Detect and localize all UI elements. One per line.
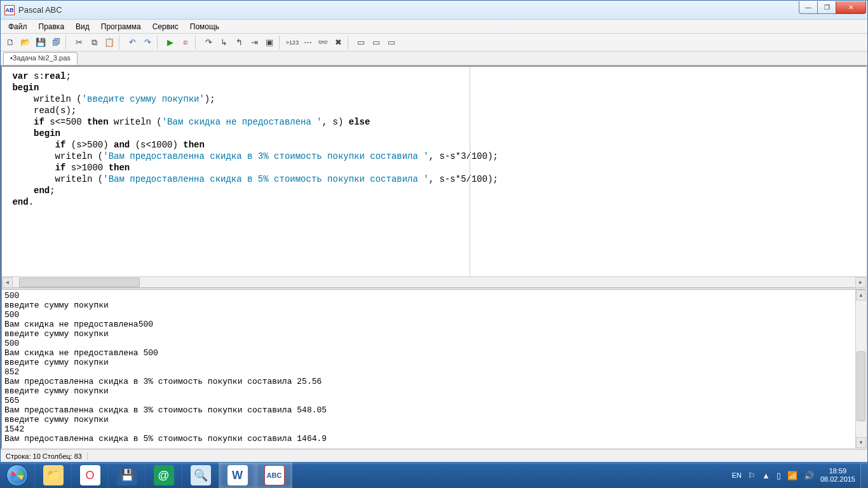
save-button[interactable]: 💾 [34, 36, 48, 50]
menu-edit[interactable]: Правка [34, 21, 70, 32]
volume-icon[interactable]: 🔊 [804, 471, 814, 480]
statusbar: Строка: 10 Столбец: 83 [1, 449, 867, 462]
toolbar-separator [195, 36, 199, 50]
taskbar-word[interactable]: W [219, 463, 255, 488]
output-console[interactable]: 500 введите сумму покупки 500 Вам скидка… [2, 290, 866, 445]
scroll-down-arrow-icon[interactable]: ▼ [856, 437, 866, 448]
file-tab-active[interactable]: •Задача №2_3.pas [3, 52, 78, 65]
taskbar-pascalabc[interactable]: ABC [255, 463, 292, 488]
breakpoint-button[interactable]: ▣ [262, 36, 276, 50]
maximize-button[interactable]: ❐ [817, 1, 836, 14]
scroll-track[interactable] [856, 301, 866, 437]
scroll-up-arrow-icon[interactable]: ▲ [856, 290, 866, 301]
scroll-thumb[interactable] [857, 351, 865, 421]
toolbar-separator [157, 36, 161, 50]
output-vertical-scrollbar[interactable]: ▲ ▼ [855, 290, 866, 448]
app-window: AB Pascal ABC — ❐ ✕ Файл Правка Вид Прог… [0, 0, 868, 463]
status-cursor-position: Строка: 10 Столбец: 83 [1, 452, 88, 460]
toolbar-separator [119, 36, 123, 50]
undo-button[interactable]: ↶ [125, 36, 139, 50]
new-button[interactable]: 🗋 [3, 36, 17, 50]
runto-button[interactable]: ⇥ [247, 36, 261, 50]
menu-view[interactable]: Вид [71, 21, 95, 32]
taskbar-explorer[interactable]: 📁 [34, 463, 71, 488]
run-button[interactable]: ▶ [163, 36, 177, 50]
magnifier-icon: 🔍 [191, 465, 211, 485]
menu-file[interactable]: Файл [3, 21, 32, 32]
watch-button[interactable]: >123 [285, 36, 299, 50]
flag-icon[interactable]: ⚐ [748, 471, 756, 480]
stepout-button[interactable]: ↰ [232, 36, 246, 50]
folder-icon: 📁 [43, 465, 64, 485]
print-margin-line [470, 67, 470, 276]
taskbar-opera[interactable]: O [71, 463, 108, 488]
scroll-thumb[interactable] [19, 278, 140, 287]
clock-date: 08.02.2015 [820, 475, 855, 484]
paste-button[interactable]: 📋 [102, 36, 116, 50]
titlebar[interactable]: AB Pascal ABC — ❐ ✕ [1, 1, 867, 20]
scroll-track[interactable] [13, 277, 855, 288]
file-tabs: •Задача №2_3.pas [1, 51, 867, 65]
editor-horizontal-scrollbar[interactable]: ◄ ► [2, 276, 866, 287]
window3-button[interactable]: ▭ [384, 36, 398, 50]
window-buttons: — ❐ ✕ [799, 1, 866, 14]
taskbar[interactable]: 📁 O 💾 @ 🔍 W ABC EN ⚐ ▲ ▯ 📶 🔊 18:59 08.02… [0, 463, 868, 488]
saveall-button[interactable]: 🗐 [49, 36, 63, 50]
toolbar-separator [279, 36, 283, 50]
toolbar: 🗋 📂 💾 🗐 ✂ ⧉ 📋 ↶ ↷ ▶ ⦻ ↷ ↳ ↰ ⇥ ▣ >123 ⋯ 👓… [1, 34, 867, 51]
menu-program[interactable]: Программа [96, 21, 146, 32]
eval-button[interactable]: ⋯ [301, 36, 315, 50]
clock-time: 18:59 [820, 467, 855, 475]
language-indicator[interactable]: EN [732, 471, 742, 479]
output-pane: 500 введите сумму покупки 500 Вам скидка… [2, 290, 866, 448]
editor-pane: var s:real; begin writeln ('введите сумм… [2, 67, 866, 276]
taskbar-save[interactable]: 💾 [108, 463, 145, 488]
taskbar-search[interactable]: 🔍 [182, 463, 219, 488]
locals-button[interactable]: 👓 [316, 36, 330, 50]
start-button[interactable] [0, 463, 34, 488]
scroll-left-arrow-icon[interactable]: ◄ [2, 277, 13, 288]
menubar: Файл Правка Вид Программа Сервис Помощь [1, 20, 867, 34]
redo-button[interactable]: ↷ [140, 36, 154, 50]
copy-button[interactable]: ⧉ [87, 36, 101, 50]
word-icon: W [227, 465, 248, 485]
menu-help[interactable]: Помощь [185, 21, 224, 32]
opera-icon: O [80, 465, 100, 485]
window2-button[interactable]: ▭ [369, 36, 383, 50]
network-icon[interactable]: 📶 [787, 471, 797, 480]
taskbar-mail[interactable]: @ [145, 463, 182, 488]
at-icon: @ [154, 465, 174, 485]
close-button[interactable]: ✕ [836, 1, 866, 14]
toolbar-separator [348, 36, 351, 50]
scroll-right-arrow-icon[interactable]: ► [855, 277, 866, 288]
clear-button[interactable]: ✖ [331, 36, 345, 50]
pascalabc-icon: ABC [264, 465, 285, 485]
stepinto-button[interactable]: ↳ [217, 36, 231, 50]
floppy-icon: 💾 [117, 465, 137, 485]
app-icon: AB [4, 5, 15, 15]
stepover-button[interactable]: ↷ [201, 36, 215, 50]
cut-button[interactable]: ✂ [72, 36, 86, 50]
stop-button[interactable]: ⦻ [179, 36, 193, 50]
battery-icon[interactable]: ▯ [776, 471, 781, 480]
windows-logo-icon [6, 464, 28, 486]
action-center-icon[interactable]: ▲ [762, 471, 770, 480]
system-tray[interactable]: EN ⚐ ▲ ▯ 📶 🔊 18:59 08.02.2015 [727, 467, 860, 484]
tray-clock[interactable]: 18:59 08.02.2015 [820, 467, 855, 484]
open-button[interactable]: 📂 [18, 36, 32, 50]
menu-service[interactable]: Сервис [147, 21, 184, 32]
minimize-button[interactable]: — [799, 1, 818, 14]
work-area: var s:real; begin writeln ('введите сумм… [1, 65, 867, 449]
toolbar-separator [65, 36, 69, 50]
window1-button[interactable]: ▭ [354, 36, 368, 50]
window-title: Pascal ABC [18, 5, 799, 15]
code-editor[interactable]: var s:real; begin writeln ('введите сумм… [2, 67, 866, 276]
show-desktop-button[interactable] [860, 463, 868, 488]
